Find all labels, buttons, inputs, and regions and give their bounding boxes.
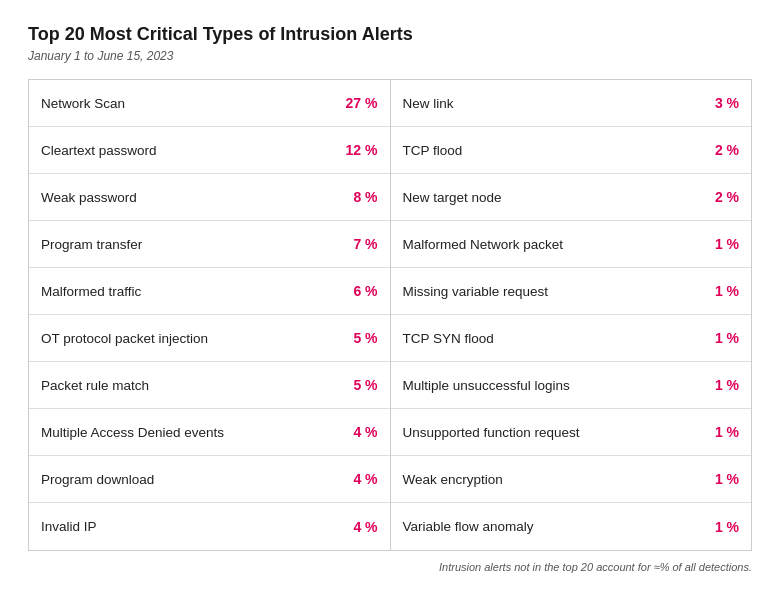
table-row: OT protocol packet injection 5 % xyxy=(29,315,390,362)
row-label: Weak password xyxy=(41,190,338,205)
row-value: 1 % xyxy=(699,330,739,346)
row-value: 2 % xyxy=(699,142,739,158)
left-column: Network Scan 27 % Cleartext password 12 … xyxy=(29,80,391,550)
table-row: Packet rule match 5 % xyxy=(29,362,390,409)
table-row: Cleartext password 12 % xyxy=(29,127,390,174)
row-label: New target node xyxy=(403,190,700,205)
row-value: 8 % xyxy=(338,189,378,205)
row-value: 1 % xyxy=(699,377,739,393)
row-value: 3 % xyxy=(699,95,739,111)
table-row: Missing variable request 1 % xyxy=(391,268,752,315)
row-value: 1 % xyxy=(699,471,739,487)
data-table: Network Scan 27 % Cleartext password 12 … xyxy=(28,79,752,551)
row-label: Variable flow anomaly xyxy=(403,519,700,534)
table-row: Program transfer 7 % xyxy=(29,221,390,268)
row-value: 1 % xyxy=(699,519,739,535)
table-row: TCP SYN flood 1 % xyxy=(391,315,752,362)
table-row: Invalid IP 4 % xyxy=(29,503,390,550)
table-row: Weak encryption 1 % xyxy=(391,456,752,503)
row-value: 27 % xyxy=(338,95,378,111)
row-label: Multiple unsuccessful logins xyxy=(403,378,700,393)
row-label: OT protocol packet injection xyxy=(41,331,338,346)
row-value: 1 % xyxy=(699,236,739,252)
row-label: TCP SYN flood xyxy=(403,331,700,346)
row-value: 1 % xyxy=(699,424,739,440)
row-label: Network Scan xyxy=(41,96,338,111)
row-label: Multiple Access Denied events xyxy=(41,425,338,440)
row-label: TCP flood xyxy=(403,143,700,158)
row-value: 7 % xyxy=(338,236,378,252)
table-row: Malformed Network packet 1 % xyxy=(391,221,752,268)
row-label: Malformed Network packet xyxy=(403,237,700,252)
row-label: New link xyxy=(403,96,700,111)
row-value: 1 % xyxy=(699,283,739,299)
row-value: 2 % xyxy=(699,189,739,205)
row-label: Missing variable request xyxy=(403,284,700,299)
row-label: Program download xyxy=(41,472,338,487)
table-row: Program download 4 % xyxy=(29,456,390,503)
right-column: New link 3 % TCP flood 2 % New target no… xyxy=(391,80,752,550)
table-row: Variable flow anomaly 1 % xyxy=(391,503,752,550)
table-row: Malformed traffic 6 % xyxy=(29,268,390,315)
row-value: 4 % xyxy=(338,519,378,535)
table-row: Weak password 8 % xyxy=(29,174,390,221)
table-row: Multiple unsuccessful logins 1 % xyxy=(391,362,752,409)
row-value: 5 % xyxy=(338,377,378,393)
row-label: Cleartext password xyxy=(41,143,338,158)
page-title: Top 20 Most Critical Types of Intrusion … xyxy=(28,24,752,45)
row-value: 4 % xyxy=(338,471,378,487)
date-range: January 1 to June 15, 2023 xyxy=(28,49,752,63)
row-label: Packet rule match xyxy=(41,378,338,393)
table-row: Network Scan 27 % xyxy=(29,80,390,127)
table-row: Multiple Access Denied events 4 % xyxy=(29,409,390,456)
table-row: New target node 2 % xyxy=(391,174,752,221)
footnote: Intrusion alerts not in the top 20 accou… xyxy=(28,561,752,573)
row-label: Weak encryption xyxy=(403,472,700,487)
row-label: Unsupported function request xyxy=(403,425,700,440)
row-label: Malformed traffic xyxy=(41,284,338,299)
table-row: TCP flood 2 % xyxy=(391,127,752,174)
row-label: Invalid IP xyxy=(41,519,338,534)
row-value: 12 % xyxy=(338,142,378,158)
row-value: 5 % xyxy=(338,330,378,346)
row-value: 6 % xyxy=(338,283,378,299)
table-row: Unsupported function request 1 % xyxy=(391,409,752,456)
row-label: Program transfer xyxy=(41,237,338,252)
table-row: New link 3 % xyxy=(391,80,752,127)
row-value: 4 % xyxy=(338,424,378,440)
